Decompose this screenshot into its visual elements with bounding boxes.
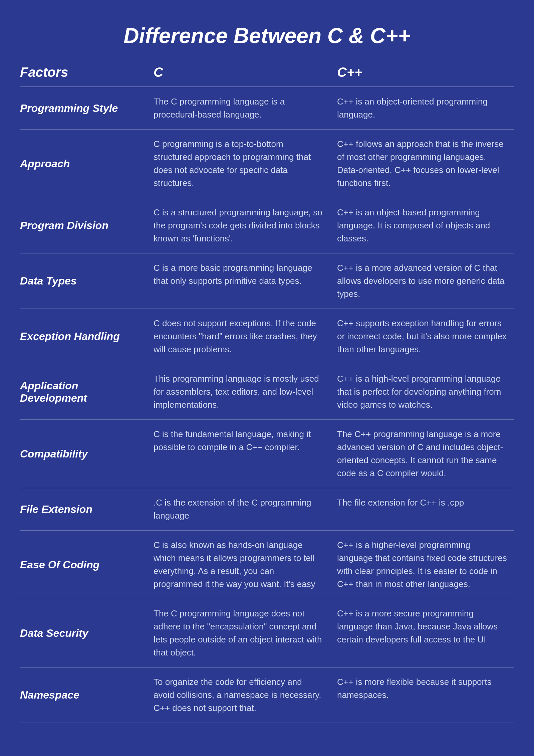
- cpp-cell-6: The C++ programming language is a more a…: [330, 428, 514, 480]
- table-header: Factors C C++: [20, 61, 514, 87]
- c-cell-3: C is a more basic programming language t…: [147, 261, 330, 301]
- table-row: Programming StyleThe C programming langu…: [20, 87, 514, 130]
- c-cell-7: .C is the extension of the C programming…: [147, 496, 330, 522]
- cpp-cell-0: C++ is an object-oriented programming la…: [330, 95, 514, 121]
- table-row: Data TypesC is a more basic programming …: [20, 253, 514, 309]
- cpp-cell-9: C++ is a more secure programming languag…: [330, 607, 514, 659]
- factor-cell-3: Data Types: [20, 261, 147, 301]
- c-cell-8: C is also known as hands-on language whi…: [147, 539, 330, 591]
- c-cell-4: C does not support exceptions. If the co…: [147, 317, 330, 356]
- c-cell-6: C is the fundamental language, making it…: [147, 428, 330, 480]
- factor-cell-5: Application Development: [20, 372, 147, 411]
- page-wrapper: Difference Between C & C++ Factors C C++…: [0, 0, 534, 743]
- table-row: File Extension.C is the extension of the…: [20, 488, 514, 531]
- c-cell-2: C is a structured programming language, …: [147, 206, 330, 245]
- table-row: Exception HandlingC does not support exc…: [20, 309, 514, 364]
- table-body: Programming StyleThe C programming langu…: [20, 87, 514, 723]
- cpp-cell-2: C++ is an object-based programming langu…: [330, 206, 514, 245]
- c-cell-0: The C programming language is a procedur…: [147, 95, 330, 121]
- cpp-cell-3: C++ is a more advanced version of C that…: [330, 261, 514, 301]
- header-c: C: [147, 65, 330, 80]
- c-cell-1: C programming is a top-to-bottom structu…: [147, 138, 330, 190]
- c-cell-9: The C programming language does not adhe…: [147, 607, 330, 659]
- table-row: CompatibilityC is the fundamental langua…: [20, 420, 514, 488]
- factor-cell-9: Data Security: [20, 607, 147, 659]
- factor-cell-1: Approach: [20, 138, 147, 190]
- table-row: NamespaceTo organize the code for effici…: [20, 668, 514, 723]
- cpp-cell-1: C++ follows an approach that is the inve…: [330, 138, 514, 190]
- main-title: Difference Between C & C++: [20, 13, 514, 61]
- header-factors: Factors: [20, 65, 147, 80]
- table-row: Ease Of CodingC is also known as hands-o…: [20, 531, 514, 599]
- cpp-cell-7: The file extension for C++ is .cpp: [330, 496, 514, 522]
- comparison-table: Factors C C++ Programming StyleThe C pro…: [20, 61, 514, 723]
- cpp-cell-4: C++ supports exception handling for erro…: [330, 317, 514, 356]
- factor-cell-4: Exception Handling: [20, 317, 147, 356]
- c-cell-5: This programming language is mostly used…: [147, 372, 330, 411]
- factor-cell-7: File Extension: [20, 496, 147, 522]
- factor-cell-2: Program Division: [20, 206, 147, 245]
- factor-cell-8: Ease Of Coding: [20, 539, 147, 591]
- table-row: Program DivisionC is a structured progra…: [20, 198, 514, 253]
- cpp-cell-8: C++ is a higher-level programming langua…: [330, 539, 514, 591]
- c-cell-10: To organize the code for efficiency and …: [147, 676, 330, 715]
- header-cpp: C++: [330, 65, 514, 80]
- factor-cell-10: Namespace: [20, 676, 147, 715]
- table-row: Data SecurityThe C programming language …: [20, 599, 514, 668]
- table-row: ApproachC programming is a top-to-bottom…: [20, 130, 514, 198]
- cpp-cell-5: C++ is a high-level programming language…: [330, 372, 514, 411]
- factor-cell-0: Programming Style: [20, 95, 147, 121]
- cpp-cell-10: C++ is more flexible because it supports…: [330, 676, 514, 715]
- table-row: Application DevelopmentThis programming …: [20, 364, 514, 420]
- factor-cell-6: Compatibility: [20, 428, 147, 480]
